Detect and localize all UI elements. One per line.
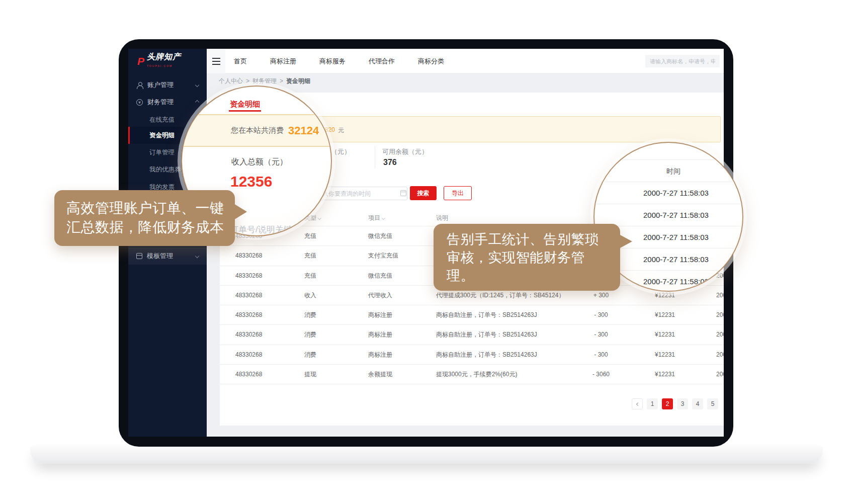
cell-balance: ¥12231 — [622, 345, 675, 365]
table-row: 48330268 消费 商标注册 商标自助注册，订单号：SB2514263J -… — [220, 305, 724, 325]
nav-tab[interactable]: 首页 — [228, 57, 253, 66]
prev-page-button[interactable] — [632, 398, 643, 409]
trademark-search-input[interactable] — [645, 55, 720, 67]
breadcrumb-item[interactable]: 财务管理 — [252, 77, 277, 86]
cell-type: 消费 — [304, 325, 316, 345]
calendar-icon[interactable] — [400, 190, 406, 196]
logo-text: 头牌知产 TOUPAI.COM — [147, 53, 181, 70]
logo-icon: P — [137, 55, 144, 67]
cell-balance: ¥12231 — [622, 325, 675, 345]
topbar: P 头牌知产 TOUPAI.COM 首页商标注册商标服务代理合作商标分类 — [128, 49, 724, 73]
finance-icon: ¥ — [136, 99, 143, 106]
sort-chevron-icon — [318, 216, 321, 219]
cell-time: 2000-7-27 11:58:03 — [716, 345, 724, 365]
laptop-base — [30, 445, 823, 464]
magnified-banner-amount: 32124 — [288, 124, 319, 137]
chevron-left-icon — [636, 402, 639, 405]
cell-project: 代理收入 — [368, 286, 392, 305]
chevron-down-icon — [195, 254, 199, 258]
cell-project: 商标注册 — [368, 345, 392, 365]
cell-type: 消费 — [304, 345, 316, 365]
page-1-button[interactable]: 1 — [647, 398, 658, 409]
cell-project: 余额提现 — [368, 365, 392, 384]
table-row: 48330268 消费 商标注册 商标自助注册，订单号：SB2514263J -… — [220, 325, 724, 345]
cell-type: 充值 — [304, 226, 316, 246]
banner-unit: 元 — [338, 126, 344, 135]
table-row: 48330268 提现 余额提现 提现3000元，手续费2%(60元) - 30… — [220, 365, 724, 384]
pagination: 1 2 3 4 5 — [632, 398, 718, 409]
magnified-time-row: 2000-7-27 11:58:03 — [594, 182, 743, 204]
breadcrumb: 个人中心 > 财务管理 > 资金明细 — [207, 73, 724, 89]
page-2-button[interactable]: 2 — [662, 398, 673, 409]
cell-order-number: 48330268 — [235, 246, 262, 266]
cell-description: 商标自助注册，订单号：SB2514263J — [436, 325, 537, 345]
chevron-down-icon — [195, 83, 199, 87]
nav-tab[interactable]: 代理合作 — [363, 57, 401, 66]
cell-description: 商标自助注册，订单号：SB2514263J — [436, 345, 537, 365]
cell-project: 商标注册 — [368, 305, 392, 325]
cell-type: 提现 — [304, 365, 316, 384]
cell-type: 收入 — [304, 286, 316, 305]
magnified-income-value: 12356 — [230, 173, 272, 190]
search-button[interactable]: 搜索 — [410, 186, 437, 200]
sidebar-item-finance[interactable]: ¥ 财务管理 — [128, 94, 207, 111]
nav-tab[interactable]: 商标服务 — [313, 57, 352, 66]
export-button[interactable]: 导出 — [444, 186, 472, 200]
template-icon — [136, 253, 142, 259]
table-row: 48330268 消费 商标注册 商标自助注册，订单号：SB2514263J -… — [220, 345, 724, 365]
cell-order-number: 48330268 — [235, 365, 262, 384]
cell-balance: ¥12231 — [622, 305, 675, 325]
cell-description: 商标自助注册，订单号：SB2514263J — [436, 305, 537, 325]
balance-stat-label: 可用余额（元） — [382, 147, 428, 156]
column-header-project[interactable]: 项目 — [368, 214, 385, 222]
magnified-tab-label: 资金明细 — [230, 100, 260, 109]
magnified-time-row: 2000-7-27 11:58:03 — [594, 204, 743, 226]
magnified-banner: 您在本站共消费 32124 — [181, 114, 332, 147]
magnified-tab-indicator — [229, 110, 261, 112]
cell-description: 提现3000元，手续费2%(60元) — [436, 365, 517, 384]
column-header-desc: 说明 — [436, 214, 448, 222]
sidebar-item-template[interactable]: 模板管理 — [128, 247, 207, 265]
page-3-button[interactable]: 3 — [677, 398, 688, 409]
cell-type: 充值 — [304, 246, 316, 266]
logo[interactable]: P 头牌知产 TOUPAI.COM — [128, 49, 207, 73]
stat-divider — [375, 146, 375, 169]
logo-subtext: TOUPAI.COM — [147, 64, 173, 67]
cell-project: 支付宝充值 — [368, 246, 398, 266]
cell-project: 微信充值 — [368, 266, 392, 286]
sort-chevron-icon — [382, 216, 385, 219]
cell-time: 2000-7-27 11:58:03 — [716, 325, 724, 345]
right-callout-bubble: 告别手工统计、告别繁琐 审核，实现智能财务管 理。 — [434, 224, 620, 291]
cell-type: 消费 — [304, 305, 316, 325]
balance-stat-value: 376 — [383, 158, 397, 167]
nav-tab[interactable]: 商标分类 — [412, 57, 450, 66]
page: P 头牌知产 TOUPAI.COM 首页商标注册商标服务代理合作商标分类 个人中… — [0, 0, 853, 504]
cell-type: 充值 — [304, 266, 316, 286]
cell-order-number: 48330268 — [235, 345, 262, 365]
left-callout-bubble: 高效管理账户订单、一键 汇总数据，降低财务成本 — [54, 190, 235, 246]
sidebar-item-account[interactable]: 账户管理 — [128, 76, 207, 94]
page-5-button[interactable]: 5 — [707, 398, 718, 409]
menu-hamburger-icon[interactable] — [207, 49, 225, 73]
cell-order-number: 48330268 — [235, 266, 262, 286]
person-icon — [136, 82, 143, 89]
cell-project: 微信充值 — [368, 226, 392, 246]
cell-time: 2000-7-27 11:58:03 — [716, 286, 724, 305]
page-4-button[interactable]: 4 — [692, 398, 703, 409]
nav-tab[interactable]: 商标注册 — [264, 57, 302, 66]
cell-order-number: 48330268 — [235, 286, 262, 305]
cell-project: 商标注册 — [368, 325, 392, 345]
breadcrumb-item[interactable]: 个人中心 — [219, 77, 243, 86]
cell-order-number: 48330268 — [235, 305, 262, 325]
cell-time: 2000-7-27 11:58:03 — [716, 365, 724, 384]
chevron-up-icon — [195, 100, 199, 104]
main-nav: 首页商标注册商标服务代理合作商标分类 — [228, 49, 450, 73]
magnified-income-label: 收入总额（元） — [231, 157, 288, 167]
cell-balance: ¥12231 — [622, 365, 675, 384]
breadcrumb-current: 资金明细 — [286, 77, 310, 86]
cell-time: 2000-7-27 11:58:03 — [716, 305, 724, 325]
expense-stat-label: （元） — [331, 147, 351, 156]
cell-order-number: 48330268 — [235, 325, 262, 345]
